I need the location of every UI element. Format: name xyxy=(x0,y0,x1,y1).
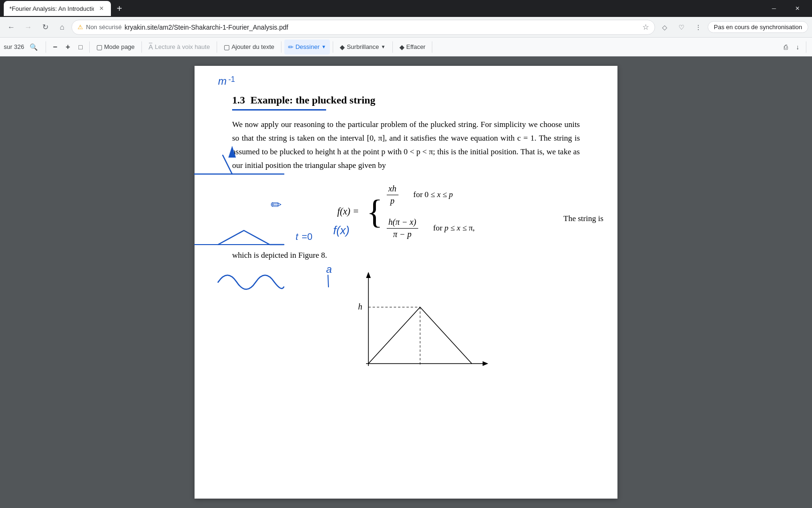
divider-2 xyxy=(89,41,90,53)
fraction-1-denominator: p xyxy=(389,195,397,206)
divider-9 xyxy=(806,41,806,53)
draw-button[interactable]: ✏ Dessiner ▼ xyxy=(284,40,330,55)
svg-text:-1: -1 xyxy=(228,75,235,83)
piecewise-formula: { xh p for 0 ≤ x ≤ p h(π − x) xyxy=(367,184,475,239)
erase-button[interactable]: ◆ Effacer xyxy=(396,40,429,55)
case-row-2: h(π − x) π − p for p ≤ x ≤ π, xyxy=(387,217,475,239)
section-underline xyxy=(232,109,326,111)
svg-text:h: h xyxy=(358,302,362,311)
print-icon: ⎙ xyxy=(784,43,788,51)
formula-lhs: f(x) = xyxy=(337,206,359,217)
reload-button[interactable]: ↻ xyxy=(38,20,53,35)
add-text-icon: ▢ xyxy=(224,43,230,51)
url-text: kryakin.site/am2/Stein-Shakarchi-1-Fouri… xyxy=(125,24,289,31)
security-label: Non sécurisé xyxy=(86,24,122,31)
figure-container: h xyxy=(232,270,580,378)
add-text-button[interactable]: ▢ Ajouter du texte xyxy=(220,40,278,55)
svg-marker-13 xyxy=(366,272,371,278)
profile-button[interactable]: ♡ xyxy=(674,20,689,35)
new-tab-button[interactable]: + xyxy=(113,2,126,15)
zoom-out-icon: − xyxy=(53,43,57,51)
fraction-2-numerator: h(π − x) xyxy=(387,217,418,229)
mode-page-icon: ▢ xyxy=(96,43,102,51)
figure-caption: which is depicted in Figure 8. xyxy=(232,251,580,260)
tab-close-button[interactable]: ✕ xyxy=(98,5,105,12)
highlight-button[interactable]: ◆ Surbrillance ▼ xyxy=(336,40,390,55)
figure-8: h xyxy=(321,270,491,378)
address-bar[interactable]: ⚠ Non sécurisé kryakin.site/am2/Stein-Sh… xyxy=(71,20,655,35)
erase-icon: ◆ xyxy=(399,43,405,51)
svg-line-3 xyxy=(223,155,232,174)
formula-container: f(x) = { xh p for 0 ≤ x ≤ p xyxy=(232,184,580,239)
fit-page-icon: □ xyxy=(78,43,82,51)
forward-button[interactable]: → xyxy=(21,20,36,35)
draw-label: Dessiner xyxy=(296,43,320,50)
section-number: 1.3 xyxy=(232,94,245,106)
minimize-button[interactable]: ─ xyxy=(763,0,785,17)
case-1-condition: for 0 ≤ x ≤ p xyxy=(414,190,453,199)
case-row-1: xh p for 0 ≤ x ≤ p xyxy=(387,184,475,206)
divider-5 xyxy=(281,41,281,53)
draw-chevron-icon: ▼ xyxy=(321,44,326,49)
page-total-label: sur 326 xyxy=(4,43,24,50)
titlebar: *Fourier Analysis: An Introductio ✕ + ─ … xyxy=(0,0,812,17)
divider-6 xyxy=(333,41,333,53)
section-title: Example: the plucked string xyxy=(250,94,375,106)
lecture-icon: A̅ xyxy=(148,43,153,51)
divider-3 xyxy=(141,41,142,53)
highlight-chevron-icon: ▼ xyxy=(381,44,386,49)
zoom-out-button[interactable]: − xyxy=(49,40,61,55)
fraction-1: xh p xyxy=(387,184,398,206)
erase-label: Effacer xyxy=(406,43,426,50)
fraction-1-numerator: xh xyxy=(387,184,398,195)
svg-marker-15 xyxy=(483,361,488,366)
mode-page-button[interactable]: ▢ Mode page xyxy=(93,40,139,55)
save-button[interactable]: ↓ xyxy=(792,40,803,55)
draw-icon: ✏ xyxy=(288,43,294,51)
add-text-label: Ajouter du texte xyxy=(232,43,274,50)
more-button[interactable]: ⋮ xyxy=(691,20,706,35)
save-icon: ↓ xyxy=(796,43,799,51)
back-button[interactable]: ← xyxy=(4,20,19,35)
highlight-icon: ◆ xyxy=(340,43,345,51)
divider-1 xyxy=(46,41,46,53)
divider-4 xyxy=(217,41,217,53)
browser-tab[interactable]: *Fourier Analysis: An Introductio ✕ xyxy=(4,1,111,16)
bookmark-icon[interactable]: ☆ xyxy=(642,23,649,32)
extensions-button[interactable]: ◇ xyxy=(657,20,672,35)
lecture-button[interactable]: A̅ Lecture à voix haute xyxy=(145,40,214,55)
body-paragraph: We now apply our reasoning to the partic… xyxy=(232,118,580,173)
highlight-label: Surbrillance xyxy=(347,43,379,50)
pdf-toolbar: sur 326 🔍 − + □ ▢ Mode page A̅ Lecture à… xyxy=(0,38,812,56)
case-2-condition: for p ≤ x ≤ π, xyxy=(433,223,475,233)
left-brace: { xyxy=(367,195,383,229)
pdf-page: m -1 ✏ t =0 f(x) a xyxy=(195,66,617,499)
security-icon: ⚠ xyxy=(78,24,83,31)
mode-page-label: Mode page xyxy=(104,43,135,50)
section-heading: 1.3 Example: the plucked string xyxy=(232,94,580,106)
divider-8 xyxy=(432,41,432,53)
tab-title: *Fourier Analysis: An Introductio xyxy=(9,5,94,12)
divider-7 xyxy=(392,41,393,53)
zoom-in-button[interactable]: + xyxy=(62,40,74,55)
close-button[interactable]: ✕ xyxy=(787,0,808,17)
print-button[interactable]: ⎙ xyxy=(780,40,791,55)
search-pdf-button[interactable]: 🔍 xyxy=(26,40,41,55)
zoom-in-icon: + xyxy=(66,43,70,51)
home-button[interactable]: ⌂ xyxy=(55,20,70,35)
sync-button[interactable]: Pas en cours de synchronisation xyxy=(708,21,808,33)
fit-page-button[interactable]: □ xyxy=(75,40,86,55)
cases-content: xh p for 0 ≤ x ≤ p h(π − x) π − p for p … xyxy=(387,184,475,239)
string-annotation: The string is xyxy=(563,214,603,223)
fraction-2-denominator: π − p xyxy=(391,229,414,239)
navigation-bar: ← → ↻ ⌂ ⚠ Non sécurisé kryakin.site/am2/… xyxy=(0,17,812,38)
section-heading-container: 1.3 Example: the plucked string xyxy=(232,94,580,111)
lecture-label: Lecture à voix haute xyxy=(155,43,210,50)
fraction-2: h(π − x) π − p xyxy=(387,217,418,239)
main-content: m -1 ✏ t =0 f(x) a xyxy=(0,56,812,508)
window-controls: ─ ✕ xyxy=(763,0,808,17)
svg-text:m: m xyxy=(218,75,226,87)
